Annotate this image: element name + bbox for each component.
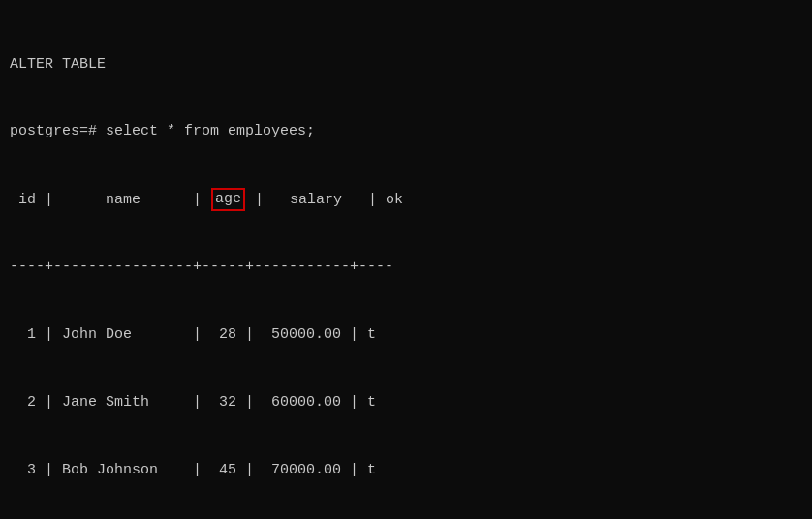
header1-rest: | salary | ok (246, 192, 403, 208)
header1-id: id | name | (10, 192, 210, 208)
separator1-line: ----+----------------+-----+-----------+… (10, 256, 802, 278)
header1-line: id | name | age | salary | ok (10, 188, 802, 211)
alter-table-result-top: ALTER TABLE (10, 53, 802, 76)
query1-line: postgres=# select * from employees; (10, 120, 802, 142)
row1-3: 3 | Bob Johnson | 45 | 70000.00 | t (10, 459, 802, 481)
row1-2: 2 | Jane Smith | 32 | 60000.00 | t (10, 391, 802, 413)
age-column-highlight: age (211, 188, 245, 211)
terminal-window: ALTER TABLE postgres=# select * from emp… (10, 8, 802, 519)
row1-1: 1 | John Doe | 28 | 50000.00 | t (10, 323, 802, 346)
